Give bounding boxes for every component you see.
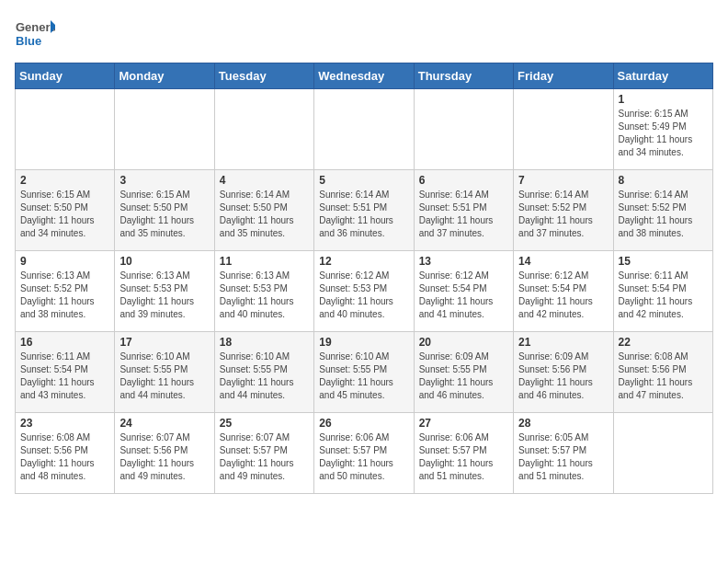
day-number: 28 [518, 417, 608, 430]
calendar-day-cell [214, 89, 313, 170]
calendar-day-cell: 1Sunrise: 6:15 AM Sunset: 5:49 PM Daylig… [613, 89, 712, 170]
calendar-day-cell: 3Sunrise: 6:15 AM Sunset: 5:50 PM Daylig… [115, 170, 214, 251]
day-number: 11 [220, 255, 309, 268]
day-number: 22 [619, 336, 708, 349]
day-number: 23 [20, 417, 109, 430]
day-info: Sunrise: 6:10 AM Sunset: 5:55 PM Dayligh… [319, 350, 408, 402]
weekday-header: Tuesday [214, 63, 313, 89]
day-number: 17 [119, 336, 209, 349]
weekday-header: Sunday [16, 63, 115, 89]
day-info: Sunrise: 6:13 AM Sunset: 5:53 PM Dayligh… [119, 270, 209, 321]
calendar-day-cell: 26Sunrise: 6:06 AM Sunset: 5:57 PM Dayli… [314, 413, 414, 494]
calendar-day-cell: 23Sunrise: 6:08 AM Sunset: 5:56 PM Dayli… [16, 413, 115, 494]
calendar-day-cell: 28Sunrise: 6:05 AM Sunset: 5:57 PM Dayli… [514, 413, 613, 494]
calendar-day-cell: 17Sunrise: 6:10 AM Sunset: 5:55 PM Dayli… [115, 332, 214, 413]
calendar-week-row: 23Sunrise: 6:08 AM Sunset: 5:56 PM Dayli… [16, 413, 713, 494]
weekday-header: Wednesday [314, 63, 414, 89]
calendar-day-cell: 13Sunrise: 6:12 AM Sunset: 5:54 PM Dayli… [414, 251, 513, 332]
calendar-day-cell: 24Sunrise: 6:07 AM Sunset: 5:56 PM Dayli… [115, 413, 214, 494]
day-number: 26 [319, 417, 408, 430]
day-info: Sunrise: 6:09 AM Sunset: 5:55 PM Dayligh… [419, 350, 508, 402]
day-info: Sunrise: 6:12 AM Sunset: 5:54 PM Dayligh… [419, 270, 508, 321]
calendar-day-cell: 27Sunrise: 6:06 AM Sunset: 5:57 PM Dayli… [414, 413, 513, 494]
day-info: Sunrise: 6:15 AM Sunset: 5:50 PM Dayligh… [20, 189, 109, 240]
calendar-day-cell [16, 89, 115, 170]
day-info: Sunrise: 6:14 AM Sunset: 5:50 PM Dayligh… [220, 189, 309, 240]
calendar-table: SundayMondayTuesdayWednesdayThursdayFrid… [15, 63, 713, 494]
day-number: 3 [119, 174, 209, 187]
calendar-day-cell: 7Sunrise: 6:14 AM Sunset: 5:52 PM Daylig… [514, 170, 613, 251]
day-number: 25 [220, 417, 309, 430]
day-info: Sunrise: 6:12 AM Sunset: 5:54 PM Dayligh… [518, 270, 608, 321]
day-number: 18 [220, 336, 309, 349]
svg-text:Blue: Blue [16, 34, 41, 48]
day-info: Sunrise: 6:12 AM Sunset: 5:53 PM Dayligh… [319, 270, 408, 321]
day-info: Sunrise: 6:15 AM Sunset: 5:49 PM Dayligh… [619, 108, 708, 159]
day-info: Sunrise: 6:14 AM Sunset: 5:51 PM Dayligh… [419, 189, 508, 240]
day-info: Sunrise: 6:10 AM Sunset: 5:55 PM Dayligh… [220, 350, 309, 402]
calendar-day-cell: 6Sunrise: 6:14 AM Sunset: 5:51 PM Daylig… [414, 170, 513, 251]
calendar-day-cell [613, 413, 712, 494]
day-info: Sunrise: 6:10 AM Sunset: 5:55 PM Dayligh… [119, 350, 209, 402]
day-number: 5 [319, 174, 408, 187]
calendar-day-cell: 4Sunrise: 6:14 AM Sunset: 5:50 PM Daylig… [214, 170, 313, 251]
day-number: 8 [619, 174, 708, 187]
day-info: Sunrise: 6:13 AM Sunset: 5:52 PM Dayligh… [20, 270, 109, 321]
day-number: 27 [419, 417, 508, 430]
day-info: Sunrise: 6:11 AM Sunset: 5:54 PM Dayligh… [619, 270, 708, 321]
day-number: 15 [619, 255, 708, 268]
day-info: Sunrise: 6:07 AM Sunset: 5:57 PM Dayligh… [220, 431, 309, 483]
calendar-day-cell: 22Sunrise: 6:08 AM Sunset: 5:56 PM Dayli… [613, 332, 712, 413]
day-number: 21 [518, 336, 608, 349]
calendar-day-cell [414, 89, 513, 170]
calendar-day-cell: 12Sunrise: 6:12 AM Sunset: 5:53 PM Dayli… [314, 251, 414, 332]
day-info: Sunrise: 6:14 AM Sunset: 5:52 PM Dayligh… [619, 189, 708, 240]
day-info: Sunrise: 6:14 AM Sunset: 5:51 PM Dayligh… [319, 189, 408, 240]
calendar-day-cell: 25Sunrise: 6:07 AM Sunset: 5:57 PM Dayli… [214, 413, 313, 494]
day-number: 14 [518, 255, 608, 268]
day-number: 12 [319, 255, 408, 268]
day-number: 7 [518, 174, 608, 187]
day-info: Sunrise: 6:06 AM Sunset: 5:57 PM Dayligh… [319, 431, 408, 483]
page-header: General Blue [15, 15, 713, 55]
logo: General Blue [15, 15, 55, 55]
calendar-week-row: 1Sunrise: 6:15 AM Sunset: 5:49 PM Daylig… [16, 89, 713, 170]
day-number: 13 [419, 255, 508, 268]
day-info: Sunrise: 6:05 AM Sunset: 5:57 PM Dayligh… [518, 431, 608, 483]
day-info: Sunrise: 6:08 AM Sunset: 5:56 PM Dayligh… [20, 431, 109, 483]
svg-text:General: General [16, 20, 55, 34]
calendar-day-cell: 10Sunrise: 6:13 AM Sunset: 5:53 PM Dayli… [115, 251, 214, 332]
day-info: Sunrise: 6:09 AM Sunset: 5:56 PM Dayligh… [518, 350, 608, 402]
weekday-header: Saturday [613, 63, 712, 89]
day-number: 1 [619, 93, 708, 106]
day-info: Sunrise: 6:13 AM Sunset: 5:53 PM Dayligh… [220, 270, 309, 321]
day-info: Sunrise: 6:15 AM Sunset: 5:50 PM Dayligh… [119, 189, 209, 240]
calendar-day-cell: 14Sunrise: 6:12 AM Sunset: 5:54 PM Dayli… [514, 251, 613, 332]
calendar-day-cell: 11Sunrise: 6:13 AM Sunset: 5:53 PM Dayli… [214, 251, 313, 332]
day-number: 9 [20, 255, 109, 268]
calendar-day-cell: 16Sunrise: 6:11 AM Sunset: 5:54 PM Dayli… [16, 332, 115, 413]
calendar-day-cell [514, 89, 613, 170]
calendar-day-cell: 18Sunrise: 6:10 AM Sunset: 5:55 PM Dayli… [214, 332, 313, 413]
calendar-day-cell: 15Sunrise: 6:11 AM Sunset: 5:54 PM Dayli… [613, 251, 712, 332]
day-number: 16 [20, 336, 109, 349]
day-info: Sunrise: 6:06 AM Sunset: 5:57 PM Dayligh… [419, 431, 508, 483]
day-number: 6 [419, 174, 508, 187]
day-info: Sunrise: 6:07 AM Sunset: 5:56 PM Dayligh… [119, 431, 209, 483]
day-number: 2 [20, 174, 109, 187]
day-info: Sunrise: 6:14 AM Sunset: 5:52 PM Dayligh… [518, 189, 608, 240]
day-number: 10 [119, 255, 209, 268]
calendar-day-cell [115, 89, 214, 170]
calendar-header-row: SundayMondayTuesdayWednesdayThursdayFrid… [16, 63, 713, 89]
calendar-day-cell: 8Sunrise: 6:14 AM Sunset: 5:52 PM Daylig… [613, 170, 712, 251]
calendar-week-row: 16Sunrise: 6:11 AM Sunset: 5:54 PM Dayli… [16, 332, 713, 413]
calendar-day-cell: 2Sunrise: 6:15 AM Sunset: 5:50 PM Daylig… [16, 170, 115, 251]
calendar-day-cell: 21Sunrise: 6:09 AM Sunset: 5:56 PM Dayli… [514, 332, 613, 413]
calendar-week-row: 2Sunrise: 6:15 AM Sunset: 5:50 PM Daylig… [16, 170, 713, 251]
calendar-day-cell: 5Sunrise: 6:14 AM Sunset: 5:51 PM Daylig… [314, 170, 414, 251]
day-number: 20 [419, 336, 508, 349]
day-number: 4 [220, 174, 309, 187]
weekday-header: Monday [115, 63, 214, 89]
calendar-day-cell: 9Sunrise: 6:13 AM Sunset: 5:52 PM Daylig… [16, 251, 115, 332]
day-number: 24 [119, 417, 209, 430]
